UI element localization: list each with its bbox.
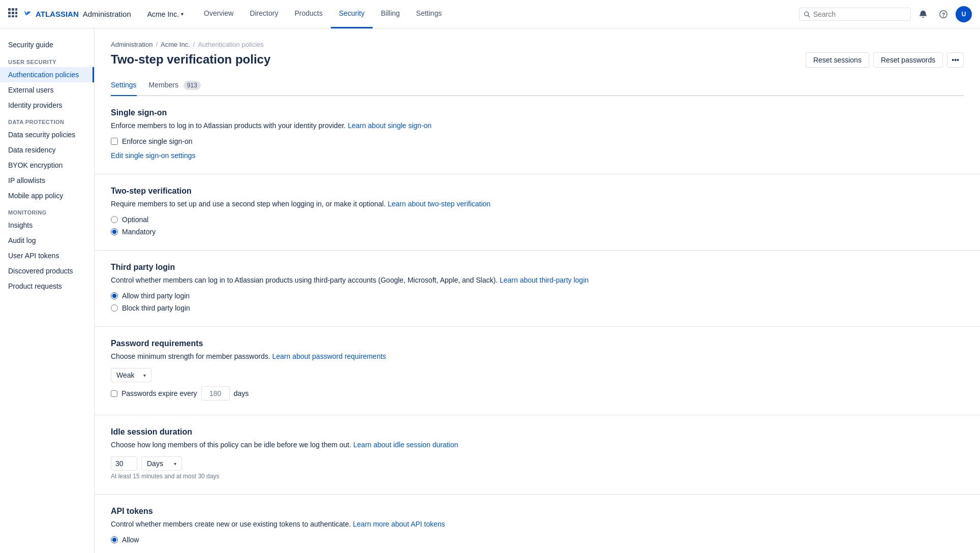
block-third-party-row: Block third party login bbox=[111, 304, 964, 312]
nav-overview[interactable]: Overview bbox=[196, 0, 241, 28]
sidebar-section-user-security: USER SECURITY bbox=[0, 53, 94, 67]
nav-billing[interactable]: Billing bbox=[373, 0, 408, 28]
main-content: Administration / Acme Inc. / Authenticat… bbox=[95, 28, 980, 553]
help-button[interactable]: ? bbox=[935, 6, 952, 22]
password-strength-value: Weak bbox=[116, 371, 135, 379]
tab-settings[interactable]: Settings bbox=[111, 76, 137, 96]
nav-directory[interactable]: Directory bbox=[241, 0, 286, 28]
sidebar: Security guide USER SECURITY Authenticat… bbox=[0, 28, 95, 553]
two-step-learn-link[interactable]: Learn about two-step verification bbox=[388, 200, 491, 208]
divider-sso bbox=[95, 174, 980, 174]
sidebar-item-ip-allowlists[interactable]: IP allowlists bbox=[0, 173, 94, 188]
two-step-optional-radio[interactable] bbox=[111, 216, 118, 223]
third-party-title: Third party login bbox=[111, 263, 964, 272]
idle-unit-value: Days bbox=[147, 459, 163, 468]
block-third-party-label[interactable]: Block third party login bbox=[122, 304, 190, 312]
password-strength-select[interactable]: Weak ▾ bbox=[111, 368, 151, 382]
chevron-down-icon-idle: ▾ bbox=[174, 461, 176, 467]
two-step-optional-label[interactable]: Optional bbox=[122, 216, 148, 224]
password-learn-link[interactable]: Learn about password requirements bbox=[272, 352, 386, 360]
edit-sso-link[interactable]: Edit single sign-on settings bbox=[111, 151, 196, 160]
chevron-down-icon: ▾ bbox=[143, 373, 146, 378]
sidebar-item-security-guide[interactable]: Security guide bbox=[0, 37, 94, 53]
nav-right: ? U bbox=[799, 6, 972, 22]
idle-session-learn-link[interactable]: Learn about idle session duration bbox=[353, 441, 458, 449]
password-section: Password requirements Choose minimum str… bbox=[111, 339, 964, 401]
svg-rect-2 bbox=[15, 8, 17, 11]
allow-third-party-label[interactable]: Allow third party login bbox=[122, 292, 190, 300]
sidebar-item-audit-log[interactable]: Audit log bbox=[0, 233, 94, 248]
password-expire-days-suffix: days bbox=[234, 389, 249, 397]
breadcrumb-current: Authentication policies bbox=[198, 41, 263, 48]
svg-rect-8 bbox=[15, 15, 17, 17]
allow-third-party-row: Allow third party login bbox=[111, 292, 964, 300]
two-step-mandatory-radio[interactable] bbox=[111, 228, 118, 235]
page-actions: Reset sessions Reset passwords ••• bbox=[806, 52, 964, 68]
svg-rect-5 bbox=[15, 12, 17, 14]
tabs: Settings Members 913 bbox=[111, 76, 964, 96]
nav-settings[interactable]: Settings bbox=[408, 0, 450, 28]
search-input[interactable] bbox=[813, 10, 906, 18]
reset-sessions-button[interactable]: Reset sessions bbox=[806, 52, 869, 68]
password-expire-label[interactable]: Passwords expire every bbox=[121, 389, 197, 397]
password-strength-wrapper: Weak ▾ bbox=[111, 368, 151, 382]
svg-rect-3 bbox=[8, 12, 11, 14]
api-tokens-allow-label[interactable]: Allow bbox=[122, 536, 139, 544]
sso-learn-link[interactable]: Learn about single sign-on bbox=[348, 121, 432, 130]
divider-idle bbox=[95, 494, 980, 495]
sidebar-item-product-requests[interactable]: Product requests bbox=[0, 279, 94, 294]
sso-title: Single sign-on bbox=[111, 108, 964, 117]
notifications-button[interactable] bbox=[915, 6, 931, 22]
divider-third-party bbox=[95, 326, 980, 327]
breadcrumb-acme[interactable]: Acme Inc. bbox=[161, 41, 190, 48]
enforce-sso-label[interactable]: Enforce single sign-on bbox=[122, 137, 193, 145]
idle-unit-select[interactable]: Days ▾ bbox=[141, 456, 182, 471]
block-third-party-radio[interactable] bbox=[111, 304, 118, 312]
nav-security[interactable]: Security bbox=[331, 0, 373, 28]
search-icon bbox=[804, 11, 810, 18]
grid-icon[interactable] bbox=[8, 8, 17, 20]
api-tokens-allow-radio[interactable] bbox=[111, 536, 118, 543]
idle-session-desc: Choose how long members of this policy c… bbox=[111, 440, 964, 450]
sidebar-item-mobile-app-policy[interactable]: Mobile app policy bbox=[0, 188, 94, 203]
search-box[interactable] bbox=[799, 8, 911, 21]
reset-passwords-button[interactable]: Reset passwords bbox=[873, 52, 943, 68]
password-expire-days-input[interactable] bbox=[201, 386, 230, 401]
breadcrumb: Administration / Acme Inc. / Authenticat… bbox=[111, 41, 964, 48]
atlassian-logo: ATLASSIAN bbox=[21, 8, 79, 20]
password-expire-checkbox[interactable] bbox=[111, 390, 117, 397]
svg-rect-7 bbox=[12, 15, 14, 17]
breadcrumb-administration[interactable]: Administration bbox=[111, 41, 152, 48]
third-party-learn-link[interactable]: Learn about third-party login bbox=[500, 276, 589, 284]
sso-desc: Enforce members to log in to Atlassian p… bbox=[111, 120, 964, 131]
sidebar-item-external-users[interactable]: External users bbox=[0, 82, 94, 98]
svg-rect-6 bbox=[8, 15, 11, 17]
svg-text:?: ? bbox=[942, 11, 945, 17]
api-tokens-learn-link[interactable]: Learn more about API tokens bbox=[353, 520, 445, 528]
sidebar-item-byok-encryption[interactable]: BYOK encryption bbox=[0, 158, 94, 173]
tab-members[interactable]: Members 913 bbox=[149, 76, 201, 96]
page-title: Two-step verification policy bbox=[111, 52, 270, 67]
sidebar-item-authentication-policies[interactable]: Authentication policies bbox=[0, 67, 94, 82]
svg-line-10 bbox=[808, 15, 810, 17]
sso-section: Single sign-on Enforce members to log in… bbox=[111, 108, 964, 160]
sidebar-item-user-api-tokens[interactable]: User API tokens bbox=[0, 248, 94, 263]
allow-third-party-radio[interactable] bbox=[111, 292, 118, 299]
sidebar-item-data-security-policies[interactable]: Data security policies bbox=[0, 127, 94, 142]
idle-number-input[interactable] bbox=[111, 456, 137, 471]
sidebar-item-identity-providers[interactable]: Identity providers bbox=[0, 98, 94, 113]
settings-content: Single sign-on Enforce members to log in… bbox=[111, 96, 964, 544]
nav-products[interactable]: Products bbox=[286, 0, 330, 28]
avatar[interactable]: U bbox=[956, 6, 972, 22]
sidebar-item-discovered-products[interactable]: Discovered products bbox=[0, 263, 94, 279]
idle-session-title: Idle session duration bbox=[111, 427, 964, 437]
org-selector[interactable]: Acme Inc. ▾ bbox=[143, 8, 188, 20]
more-actions-button[interactable]: ••• bbox=[947, 52, 964, 68]
divider-password bbox=[95, 415, 980, 415]
sidebar-item-insights[interactable]: Insights bbox=[0, 218, 94, 233]
sidebar-item-data-residency[interactable]: Data residency bbox=[0, 142, 94, 158]
two-step-mandatory-label[interactable]: Mandatory bbox=[122, 228, 156, 236]
api-tokens-allow-row: Allow bbox=[111, 536, 964, 544]
enforce-sso-checkbox[interactable] bbox=[111, 138, 118, 145]
org-chevron-icon: ▾ bbox=[181, 11, 183, 17]
